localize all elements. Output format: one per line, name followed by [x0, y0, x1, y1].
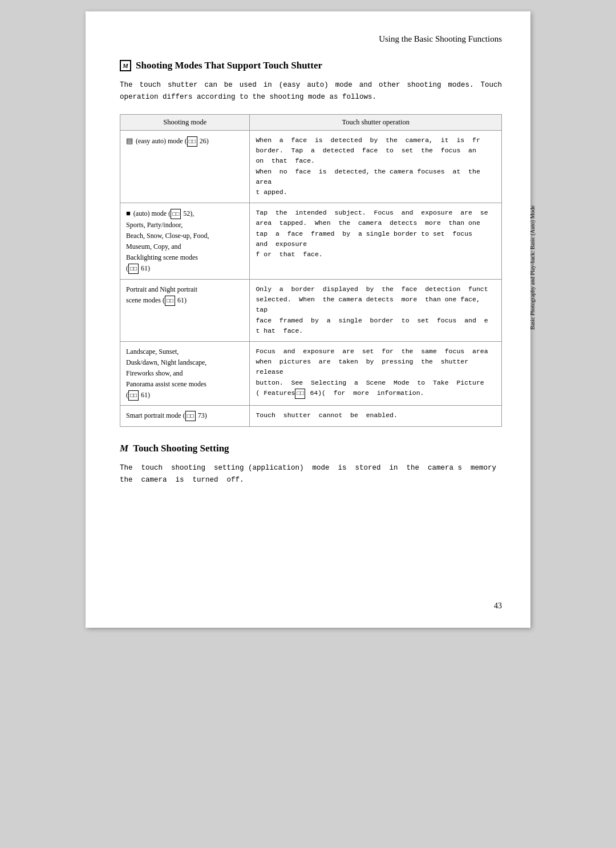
- section2-intro: The touch shooting setting (application)…: [120, 462, 502, 487]
- section1-heading: M Shooting Modes That Support Touch Shut…: [120, 60, 502, 71]
- ref-box: □□: [187, 136, 197, 147]
- col1-header: Shooting mode: [120, 114, 250, 130]
- ref-box: □□: [185, 411, 196, 421]
- mode-cell-2: ■ (auto) mode (□□ 52), Sports, Party/ind…: [120, 203, 250, 279]
- table-row: ▤ (easy auto) mode (□□ 26) When a face i…: [120, 130, 502, 203]
- section1-heading-text: Shooting Modes That Support Touch Shutte…: [136, 60, 322, 71]
- table-row: Smart portrait mode (□□ 73) Touch shutte…: [120, 406, 502, 426]
- page-number: 43: [494, 601, 502, 611]
- shooting-modes-table: Shooting mode Touch shutter operation ▤ …: [120, 114, 502, 427]
- mode-cell-1: ▤ (easy auto) mode (□□ 26): [120, 130, 250, 203]
- op-cell-5: Touch shutter cannot be enabled.: [250, 406, 502, 426]
- col2-header: Touch shutter operation: [250, 114, 502, 130]
- memo-icon-2: M: [120, 443, 128, 454]
- op-cell-2: Tap the intended subject. Focus and expo…: [250, 203, 502, 279]
- ref-box: □□: [295, 389, 305, 399]
- mode-icon-1: ▤: [126, 135, 133, 147]
- ref-box: □□: [128, 390, 139, 401]
- op-cell-1: When a face is detected by the camera, i…: [250, 130, 502, 203]
- header-title: Using the Basic Shooting Functions: [120, 34, 502, 44]
- table-row: Portrait and Night portrait scene modes …: [120, 279, 502, 341]
- table-row: ■ (auto) mode (□□ 52), Sports, Party/ind…: [120, 203, 502, 279]
- section1-intro: The touch shutter can be used in (easy a…: [120, 79, 502, 104]
- page: Using the Basic Shooting Functions M Sho…: [86, 11, 530, 628]
- section2-heading: M Touch Shooting Setting: [120, 443, 502, 454]
- section2-heading-text: Touch Shooting Setting: [133, 443, 229, 454]
- ref-box: □□: [171, 209, 181, 219]
- mode-icon-2: ■: [126, 208, 131, 220]
- op-cell-3: Only a border displayed by the face dete…: [250, 279, 502, 341]
- ref-box: □□: [128, 264, 139, 274]
- mode-cell-5: Smart portrait mode (□□ 73): [120, 406, 250, 426]
- sidebar-label: Basic Photography and Play-back: Basic (…: [529, 205, 536, 330]
- mode-cell-3: Portrait and Night portrait scene modes …: [120, 279, 250, 341]
- ref-box: □□: [165, 296, 175, 306]
- table-row: Landscape, Sunset, Dusk/dawn, Night land…: [120, 341, 502, 406]
- op-cell-4: Focus and exposure are set for the same …: [250, 341, 502, 406]
- memo-icon-1: M: [120, 60, 131, 71]
- mode-cell-4: Landscape, Sunset, Dusk/dawn, Night land…: [120, 341, 250, 406]
